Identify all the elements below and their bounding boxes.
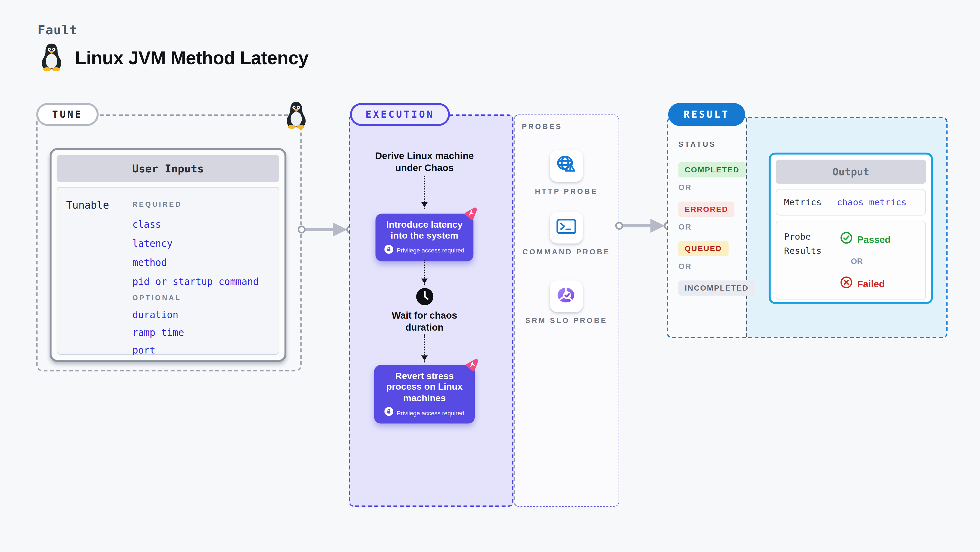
probes-label: PROBES [522,123,562,130]
title-row: Linux JVM Method Latency [40,42,309,75]
execution-to-result-arrow [616,217,673,237]
http-probe-card [550,150,583,182]
down-arrow-icon [424,260,425,286]
down-arrow-icon [424,335,425,362]
action-title: Introduce latency into the system [379,219,470,241]
clock-icon [415,287,434,308]
status-badge-completed: COMPLETED [678,162,746,177]
tune-to-execution-arrow [298,220,355,241]
command-probe-card [550,212,583,244]
slo-gauge-icon [556,286,577,307]
status-badge-queued: QUEUED [678,241,728,256]
passed-label: Passed [857,234,891,244]
srm-slo-probe-card [550,281,583,312]
user-inputs-card: User Inputs Tunable REQUIRED class laten… [49,148,286,362]
revert-stress-action: Revert stress process on Linux machines … [374,365,475,424]
linux-tux-icon [40,42,64,75]
param-port[interactable]: port [132,345,155,356]
tune-pill: TUNE [36,103,99,126]
param-duration[interactable]: duration [132,309,178,320]
litmus-pinwheel-icon [464,357,479,375]
status-label: STATUS [678,141,716,148]
result-pill: RESULT [668,103,745,126]
param-method[interactable]: method [132,257,167,268]
output-card: Output Metrics chaos metrics Probe Resul… [769,152,933,304]
x-circle-icon [840,276,853,291]
derive-step-text: Derive Linux machine under Chaos [364,150,485,174]
user-inputs-header: User Inputs [57,155,279,182]
litmus-pinwheel-icon [463,206,478,224]
required-label: REQUIRED [132,200,182,208]
tunable-label: Tunable [66,199,109,211]
param-ramp-time[interactable]: ramp time [132,327,184,338]
metrics-row: Metrics chaos metrics [776,189,926,216]
optional-label: OPTIONAL [132,294,181,301]
status-badge-incompleted: INCOMPLETED [678,281,755,296]
fault-diagram: Fault Linux JVM Method Latency TUNE [0,0,980,552]
probe-results-row: Probe Results Passed OR F [776,220,926,300]
passed-line: Passed [840,232,891,247]
param-class[interactable]: class [132,219,161,230]
srm-slo-probe-label: SRM SLO PROBE [514,316,619,325]
or-label: OR [678,222,691,232]
chaos-metrics-link[interactable]: chaos metrics [837,197,907,207]
probe-results-label: Probe Results [784,230,841,258]
down-arrow-icon [424,176,425,209]
or-label: OR [678,183,691,192]
param-pid-or-startup-command[interactable]: pid or startup command [132,276,259,287]
metrics-label: Metrics [784,197,822,207]
globe-alert-icon [556,154,577,177]
linux-tux-icon [285,100,308,132]
failed-label: Failed [857,278,885,289]
http-probe-label: HTTP PROBE [514,187,619,196]
command-probe-label: COMMAND PROBE [514,247,619,256]
status-badge-errored: ERRORED [678,201,735,217]
lock-icon [385,244,393,256]
check-circle-icon [840,232,853,247]
action-title: Revert stress process on Linux machines [378,371,471,404]
privilege-row: Privilege access required [379,244,470,256]
tunable-panel: Tunable REQUIRED class latency method pi… [57,187,279,355]
failed-line: Failed [840,276,885,291]
privilege-text: Privilege access required [397,409,465,416]
or-label: OR [678,262,691,271]
privilege-row: Privilege access required [378,407,471,419]
output-header: Output [776,160,926,184]
wait-step-text: Wait for chaos duration [385,309,464,334]
lock-icon [385,407,393,419]
page-title: Linux JVM Method Latency [75,48,309,69]
privilege-text: Privilege access required [397,247,465,254]
execution-pill: EXECUTION [350,103,450,126]
fault-kicker: Fault [38,22,77,38]
introduce-latency-action: Introduce latency into the system Privil… [375,214,474,262]
or-label: OR [851,257,863,266]
param-latency[interactable]: latency [132,238,173,249]
terminal-icon [556,217,577,238]
